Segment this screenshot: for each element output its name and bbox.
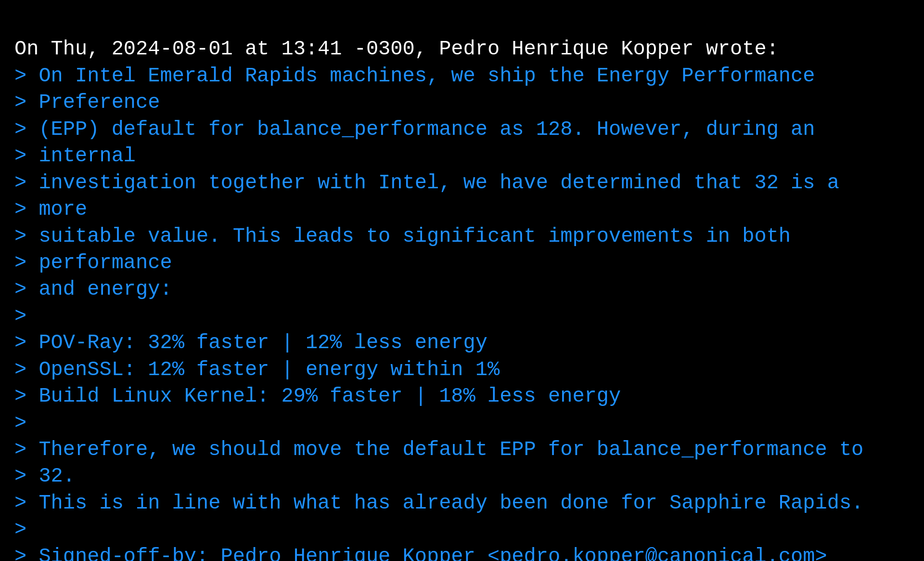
terminal-line: > Therefore, we should move the default … bbox=[14, 437, 910, 463]
terminal-line: > suitable value. This leads to signific… bbox=[14, 223, 910, 250]
terminal-line: > more bbox=[14, 196, 910, 223]
terminal-line: > 32. bbox=[14, 463, 910, 490]
terminal-line: > POV-Ray: 32% faster | 12% less energy bbox=[14, 330, 910, 356]
terminal-line: > Signed-off-by: Pedro Henrique Kopper <… bbox=[14, 544, 910, 561]
terminal-line: > and energy: bbox=[14, 276, 910, 303]
terminal-line: > Preference bbox=[14, 90, 910, 116]
terminal-line: > performance bbox=[14, 250, 910, 276]
terminal-line: On Thu, 2024-08-01 at 13:41 -0300, Pedro… bbox=[14, 36, 910, 63]
terminal-line: > internal bbox=[14, 143, 910, 170]
terminal-line: > On Intel Emerald Rapids machines, we s… bbox=[14, 63, 910, 90]
terminal-line: > bbox=[14, 303, 910, 330]
terminal-line: > OpenSSL: 12% faster | energy within 1% bbox=[14, 357, 910, 383]
terminal-line: > This is in line with what has already … bbox=[14, 490, 910, 517]
terminal-line: > bbox=[14, 517, 910, 543]
terminal-output: On Thu, 2024-08-01 at 13:41 -0300, Pedro… bbox=[14, 10, 910, 561]
terminal-line: > (EPP) default for balance_performance … bbox=[14, 117, 910, 143]
terminal-line: > investigation together with Intel, we … bbox=[14, 170, 910, 196]
terminal-line: > Build Linux Kernel: 29% faster | 18% l… bbox=[14, 383, 910, 410]
terminal-line: > bbox=[14, 410, 910, 437]
